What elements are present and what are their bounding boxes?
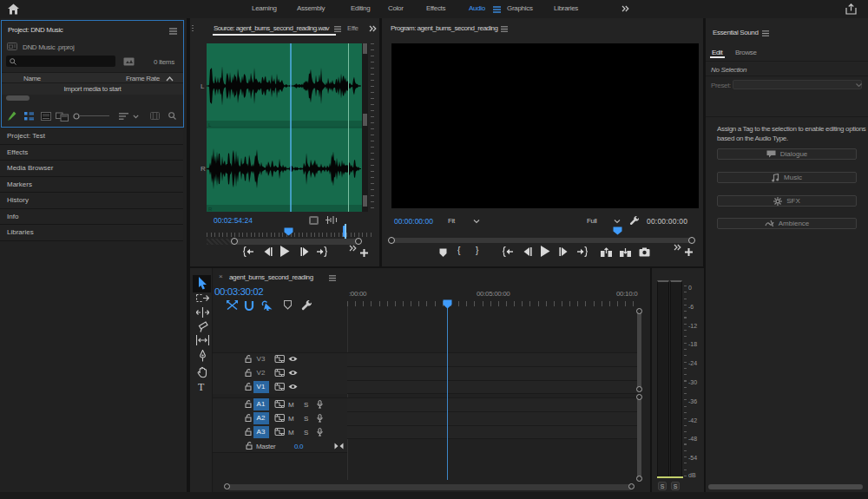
svg-text:R: R [208,207,213,212]
